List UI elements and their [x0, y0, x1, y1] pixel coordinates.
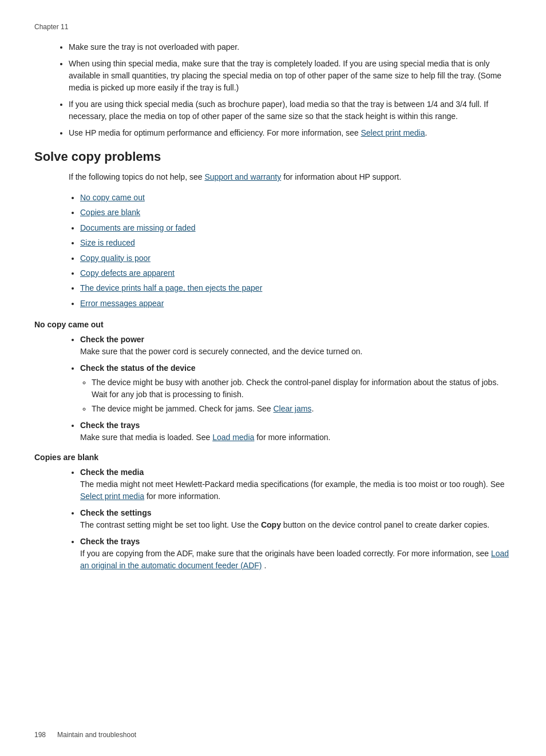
- status-sub-item-1: The device might be busy with another jo…: [92, 377, 512, 401]
- chapter-label: Chapter 11: [34, 23, 512, 31]
- page: Chapter 11 Make sure the tray is not ove…: [0, 0, 546, 756]
- no-copy-list: Check the power Make sure that the power…: [80, 334, 512, 444]
- intro-bullet-1: Make sure the tray is not overloaded wit…: [69, 41, 512, 53]
- footer: 198 Maintain and troubleshoot: [34, 731, 136, 739]
- no-copy-check-trays: Check the trays Make sure that media is …: [80, 419, 512, 444]
- toc-item-defects: Copy defects are apparent: [80, 267, 512, 279]
- status-sub-list: The device might be busy with another jo…: [92, 377, 512, 415]
- no-copy-check-status: Check the status of the device The devic…: [80, 362, 512, 415]
- toc-item-no-copy: No copy came out: [80, 191, 512, 204]
- subsection-no-copy: No copy came out Check the power Make su…: [34, 320, 512, 444]
- toc-item-copies-blank: Copies are blank: [80, 206, 512, 219]
- footer-text: Maintain and troubleshoot: [57, 731, 136, 739]
- copies-blank-check-media: Check the media The media might not meet…: [80, 466, 512, 502]
- section-title: Solve copy problems: [34, 149, 512, 164]
- select-print-media-link-2[interactable]: Select print media: [80, 492, 144, 501]
- copies-blank-check-trays: Check the trays If you are copying from …: [80, 536, 512, 572]
- support-warranty-link[interactable]: Support and warranty: [204, 172, 281, 181]
- intro-bullet-3: If you are using thick special media (su…: [69, 98, 512, 122]
- toc-item-missing-faded: Documents are missing or faded: [80, 221, 512, 234]
- intro-bullet-list: Make sure the tray is not overloaded wit…: [69, 41, 512, 139]
- toc-item-size-reduced: Size is reduced: [80, 236, 512, 249]
- status-sub-item-2: The device might be jammed. Check for ja…: [92, 403, 512, 415]
- subsection-title-no-copy: No copy came out: [34, 320, 512, 329]
- intro-paragraph: If the following topics do not help, see…: [69, 171, 512, 183]
- load-media-link[interactable]: Load media: [212, 433, 254, 442]
- intro-bullet-4: Use HP media for optimum performance and…: [69, 127, 512, 139]
- toc-item-error-messages: Error messages appear: [80, 297, 512, 310]
- intro-bullet-2: When using thin special media, make sure…: [69, 58, 512, 94]
- subsection-title-copies-blank: Copies are blank: [34, 453, 512, 462]
- subsection-copies-blank: Copies are blank Check the media The med…: [34, 453, 512, 572]
- select-print-media-link[interactable]: Select print media: [361, 128, 425, 137]
- no-copy-check-power: Check the power Make sure that the power…: [80, 334, 512, 358]
- clear-jams-link[interactable]: Clear jams: [273, 404, 311, 413]
- copies-blank-check-settings: Check the settings The contrast setting …: [80, 507, 512, 531]
- page-number: 198: [34, 731, 46, 739]
- toc-list: No copy came out Copies are blank Docume…: [80, 191, 512, 310]
- toc-item-half-page: The device prints half a page, then ejec…: [80, 282, 512, 294]
- toc-item-quality-poor: Copy quality is poor: [80, 252, 512, 264]
- copies-blank-list: Check the media The media might not meet…: [80, 466, 512, 572]
